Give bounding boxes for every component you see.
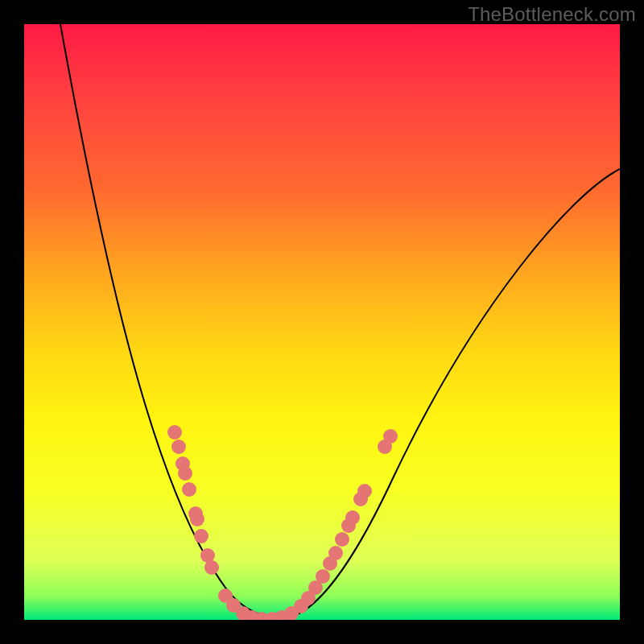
data-point <box>335 532 349 547</box>
outer-frame: TheBottleneck.com <box>0 0 644 644</box>
data-point <box>345 510 360 525</box>
chart-svg <box>24 24 620 620</box>
data-points <box>167 425 398 620</box>
data-point <box>182 482 196 497</box>
curve-path <box>60 24 620 618</box>
data-point <box>204 560 219 575</box>
data-point <box>328 546 343 560</box>
data-point <box>357 484 372 498</box>
data-point <box>178 466 192 481</box>
data-point <box>316 569 330 584</box>
data-point <box>171 440 186 454</box>
watermark-text: TheBottleneck.com <box>468 3 636 26</box>
data-point <box>190 512 204 526</box>
data-point <box>383 429 398 444</box>
data-point <box>167 425 182 440</box>
data-point <box>194 529 208 543</box>
plot-area <box>24 24 620 620</box>
